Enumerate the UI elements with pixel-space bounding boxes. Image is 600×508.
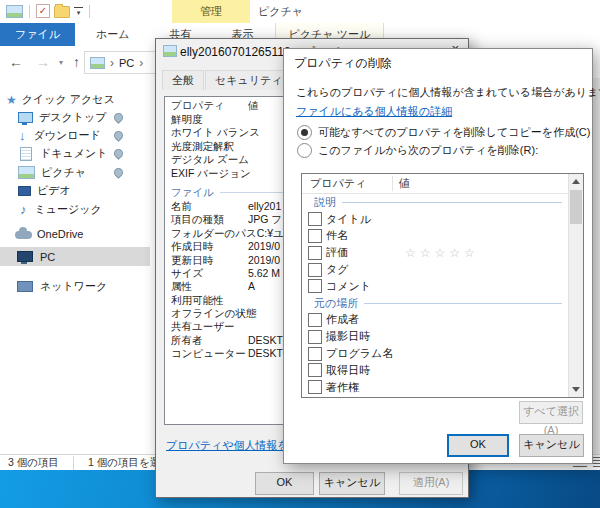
- property-label: 作成日時: [165, 240, 248, 253]
- checkbox-icon[interactable]: [308, 229, 322, 243]
- pin-icon: [112, 166, 125, 179]
- explorer-titlebar: ✓ ▾ 管理 ピクチャ: [0, 0, 600, 23]
- documents-icon: [20, 147, 32, 161]
- radio-unselected-icon[interactable]: [297, 143, 312, 158]
- checkbox-icon[interactable]: [308, 263, 322, 277]
- pictures-location-icon: [90, 57, 105, 69]
- section-label: イメージ: [302, 396, 359, 398]
- checkbox-label: 著作権: [326, 380, 359, 395]
- sidebar-item-network[interactable]: ネットワーク: [0, 277, 150, 296]
- sidebar-item-pictures[interactable]: ピクチャ: [0, 163, 150, 182]
- rating-stars[interactable]: ☆☆☆☆☆: [405, 246, 479, 260]
- ok-button[interactable]: OK: [255, 472, 314, 495]
- radio-selected-icon[interactable]: [297, 125, 312, 140]
- scroll-up-icon[interactable]: [572, 179, 580, 184]
- checkbox-row-subject[interactable]: 件名: [302, 228, 568, 245]
- cancel-button[interactable]: キャンセル: [519, 434, 584, 457]
- qat-customize-arrow[interactable]: ▾: [74, 7, 83, 16]
- column-divider: [392, 176, 393, 191]
- quick-access-star-icon: ★: [6, 94, 17, 106]
- radio-create-copy[interactable]: 可能なすべてのプロパティを削除してコピーを作成(C): [297, 125, 590, 140]
- sidebar-item-onedrive[interactable]: OneDrive: [0, 224, 150, 243]
- breadcrumb-item-pc[interactable]: PC: [119, 57, 134, 69]
- checkbox-row-program-name[interactable]: プログラム名: [302, 345, 568, 362]
- music-icon: ♪: [20, 203, 27, 216]
- sidebar-item-downloads[interactable]: ↓ ダウンロード: [0, 126, 150, 145]
- property-label: 名前: [165, 200, 248, 213]
- tab-general[interactable]: 全般: [162, 70, 204, 90]
- select-all-button: すべて選択(A): [519, 401, 583, 424]
- scrollbar-thumb[interactable]: [570, 190, 582, 224]
- cancel-button[interactable]: キャンセル: [319, 472, 385, 495]
- section-header-image: イメージ: [302, 396, 568, 398]
- scroll-down-icon[interactable]: [572, 387, 580, 392]
- section-label: 元の場所: [302, 296, 358, 311]
- checkbox-label: 取得日時: [326, 363, 370, 378]
- checkbox-icon[interactable]: [308, 363, 322, 377]
- removable-property-list[interactable]: プロパティ 値 説明 タイトル 件名 評価: [301, 173, 584, 398]
- separator: [29, 5, 30, 18]
- checkbox-label: 評価: [326, 245, 348, 260]
- property-label: EXIF バージョン: [165, 167, 251, 180]
- pictures-icon: [18, 166, 35, 179]
- checkbox-icon[interactable]: [308, 279, 322, 293]
- checkbox-row-title[interactable]: タイトル: [302, 211, 568, 228]
- checkbox-row-rating[interactable]: 評価 ☆☆☆☆☆: [302, 244, 568, 261]
- folder-icon[interactable]: [54, 6, 70, 18]
- radio-label: このファイルから次のプロパティを削除(R):: [318, 143, 538, 158]
- checkbox-icon[interactable]: [308, 330, 322, 344]
- tab-security[interactable]: セキュリティ: [205, 70, 293, 90]
- column-property: プロパティ: [310, 174, 366, 193]
- sidebar-item-label: クイック アクセス: [22, 92, 115, 107]
- forward-arrow-icon[interactable]: →: [36, 55, 50, 69]
- list-scrollbar[interactable]: [568, 174, 583, 397]
- checkbox-row-comments[interactable]: コメント: [302, 278, 568, 295]
- property-label: オフラインの状態: [165, 307, 256, 320]
- checkbox-row-date-taken[interactable]: 撮影日時: [302, 328, 568, 345]
- thumbnails-view-icon[interactable]: [593, 457, 600, 468]
- sidebar-item-label: PC: [40, 251, 55, 263]
- checkbox-row-authors[interactable]: 作成者: [302, 312, 568, 329]
- checkbox-row-copyright[interactable]: 著作権: [302, 379, 568, 396]
- property-label: フォルダーのパス: [165, 227, 257, 240]
- tab-file[interactable]: ファイル: [0, 23, 75, 46]
- up-arrow-icon[interactable]: ↑: [73, 55, 80, 69]
- pin-icon: [112, 111, 125, 124]
- apply-button: 適用(A): [399, 472, 463, 495]
- checkbox-icon[interactable]: [308, 380, 322, 394]
- network-icon: [17, 281, 33, 292]
- property-label: 項目の種類: [165, 213, 248, 226]
- sidebar-item-label: OneDrive: [37, 228, 83, 240]
- personal-info-details-link[interactable]: ファイルにある個人情報の詳細: [296, 104, 452, 119]
- sidebar-item-pc[interactable]: PC: [0, 247, 150, 266]
- ok-button[interactable]: OK: [447, 434, 509, 457]
- ribbon-contextual-header-manage[interactable]: 管理: [172, 0, 250, 23]
- picture-file-icon[interactable]: [6, 5, 23, 18]
- sidebar-item-music[interactable]: ♪ ミュージック: [0, 200, 150, 219]
- tab-home[interactable]: ホーム: [83, 23, 143, 46]
- checkbox-icon[interactable]: [308, 313, 322, 327]
- list-header: プロパティ 値: [302, 174, 583, 194]
- checkbox-icon[interactable]: [308, 347, 322, 361]
- checkbox-icon[interactable]: [308, 212, 322, 226]
- sidebar-item-desktop[interactable]: デスクトップ: [0, 108, 150, 127]
- checkbox-row-tags[interactable]: タグ: [302, 261, 568, 278]
- checkbox-label: 作成者: [326, 312, 359, 327]
- property-label: 鮮明度: [165, 113, 248, 126]
- checkmark-box-icon[interactable]: ✓: [36, 4, 50, 18]
- window-title: ピクチャ: [258, 4, 303, 19]
- separator: [89, 5, 90, 18]
- videos-icon: [18, 186, 31, 196]
- sidebar-item-label: ビデオ: [37, 183, 71, 198]
- checkbox-label: 撮影日時: [326, 329, 370, 344]
- sidebar-item-quick-access[interactable]: ★ クイック アクセス: [0, 90, 150, 109]
- recent-locations-chevron-icon[interactable]: ▾: [59, 58, 63, 67]
- checkbox-row-date-acquired[interactable]: 取得日時: [302, 362, 568, 379]
- remove-dialog-title: プロパティの削除: [294, 55, 392, 72]
- sidebar-item-videos[interactable]: ビデオ: [0, 181, 150, 200]
- radio-remove-selected[interactable]: このファイルから次のプロパティを削除(R):: [297, 143, 538, 158]
- checkbox-icon[interactable]: [308, 246, 322, 260]
- checkbox-label: プログラム名: [326, 346, 393, 361]
- back-arrow-icon[interactable]: ←: [9, 55, 23, 69]
- sidebar-item-documents[interactable]: ドキュメント: [0, 144, 150, 163]
